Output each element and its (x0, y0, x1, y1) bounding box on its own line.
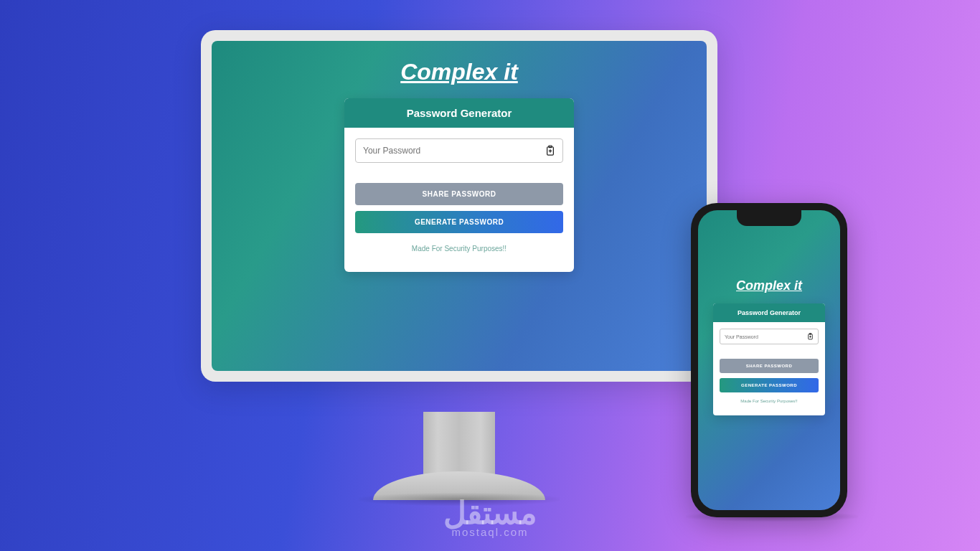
password-generator-card: Password Generator SHARE PASSWORD GENERA… (713, 303, 825, 415)
desktop-monitor-mockup: Complex it Password Generator SHARE PASS… (201, 30, 717, 382)
app-title: Complex it (400, 59, 518, 85)
card-footer-text: Made For Security Purposes!! (355, 239, 563, 261)
card-body: SHARE PASSWORD GENERATE PASSWORD Made Fo… (713, 322, 825, 415)
share-password-button[interactable]: SHARE PASSWORD (720, 359, 819, 373)
password-input-wrap (720, 329, 819, 344)
monitor-bezel: Complex it Password Generator SHARE PASS… (201, 30, 717, 382)
phone-mockup: Complex it Password Generator SHARE PASS… (691, 203, 847, 517)
generate-password-button[interactable]: GENERATE PASSWORD (355, 211, 563, 233)
monitor-screen: Complex it Password Generator SHARE PASS… (212, 41, 707, 371)
monitor-stand-neck (423, 412, 495, 476)
card-body: SHARE PASSWORD GENERATE PASSWORD Made Fo… (344, 128, 574, 272)
card-header: Password Generator (344, 98, 574, 128)
clipboard-icon[interactable] (545, 145, 555, 156)
app-title: Complex it (736, 278, 802, 293)
watermark-latin: mostaql.com (443, 526, 537, 538)
monitor-shadow (359, 493, 560, 506)
phone-notch (737, 210, 801, 226)
password-generator-card: Password Generator SHARE PASSWORD GENERA… (344, 98, 574, 272)
share-password-button[interactable]: SHARE PASSWORD (355, 183, 563, 205)
card-footer-text: Made For Security Purposes!! (720, 396, 819, 409)
clipboard-icon[interactable] (807, 333, 814, 340)
password-input-wrap (355, 138, 563, 163)
phone-inner: Complex it Password Generator SHARE PASS… (698, 210, 840, 510)
phone-screen: Complex it Password Generator SHARE PASS… (698, 210, 840, 510)
password-input[interactable] (363, 146, 545, 156)
password-input[interactable] (725, 334, 807, 339)
generate-password-button[interactable]: GENERATE PASSWORD (720, 378, 819, 392)
card-header: Password Generator (713, 303, 825, 322)
